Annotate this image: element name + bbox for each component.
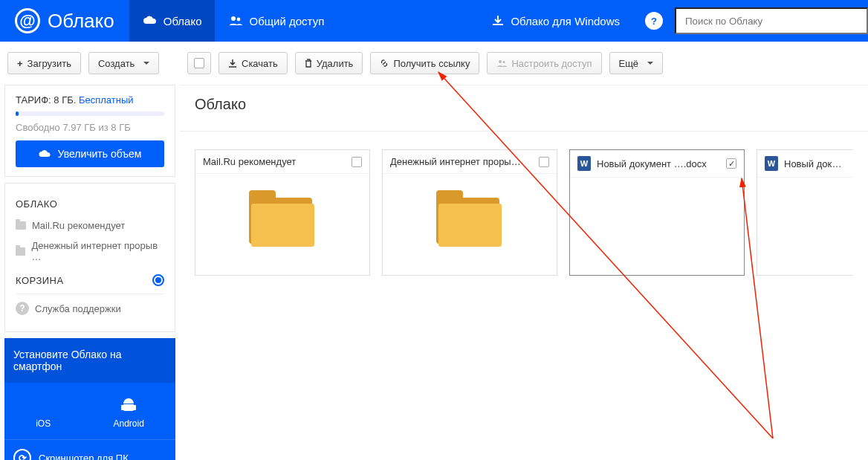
apple-icon [36, 393, 51, 414]
tariff-label: ТАРИФ: 8 ГБ. [16, 94, 76, 106]
word-icon: W [765, 156, 778, 171]
folder-icon [249, 198, 316, 250]
get-link-button[interactable]: Получить ссылку [370, 52, 479, 74]
upload-button[interactable]: +Загрузить [7, 52, 81, 74]
tariff-panel: ТАРИФ: 8 ГБ. Бесплатный Свободно 7.97 ГБ… [4, 85, 175, 177]
promo-title: Установите Облако на смартфон [4, 338, 175, 383]
file-name: Новый документ ….docx [597, 158, 720, 169]
storage-free-text: Свободно 7.97 ГБ из 8 ГБ [16, 122, 164, 133]
android-icon [113, 393, 143, 414]
sidebar: +Загрузить Создать ТАРИФ: 8 ГБ. Бесплатн… [0, 42, 180, 460]
svg-point-0 [231, 16, 236, 21]
folder-icon [16, 221, 26, 230]
more-button[interactable]: Ещё [609, 52, 664, 74]
trash-icon [305, 59, 312, 68]
file-checkbox[interactable] [539, 157, 549, 167]
download-icon [491, 15, 505, 27]
logo-at-icon: @ [15, 8, 40, 33]
promo-ios[interactable]: iOS [36, 393, 51, 429]
file-card[interactable]: Mail.Ru рекомендует [195, 149, 370, 276]
nav-windows-label: Облако для Windows [511, 15, 620, 27]
cloud-icon [39, 149, 52, 159]
upgrade-button[interactable]: Увеличить объем [16, 140, 164, 167]
file-card[interactable]: W Новый докумен [757, 149, 853, 276]
side-head-cloud: ОБЛАКО [16, 198, 164, 210]
share-button[interactable]: Настроить доступ [487, 52, 601, 74]
svg-point-2 [499, 60, 502, 63]
file-name: Mail.Ru рекомендует [203, 156, 346, 167]
side-head-trash[interactable]: КОРЗИНА [16, 275, 64, 286]
download-button[interactable]: Скачать [218, 52, 288, 74]
nav-cloud[interactable]: Облако [129, 0, 216, 42]
promo-screenshoter[interactable]: ⟳ Скриншотер для ПК [4, 440, 175, 460]
select-all-checkbox[interactable] [187, 52, 211, 74]
cloud-icon [143, 15, 158, 27]
main: Скачать Удалить Получить ссылку Настроит… [180, 42, 868, 460]
file-card[interactable]: W Новый документ ….docx ✓ [569, 149, 745, 276]
people-icon [496, 59, 507, 68]
files-grid: Mail.Ru рекомендует Денежный интернет пр… [180, 132, 868, 294]
sidebar-item-recommend[interactable]: Mail.Ru рекомендует [16, 216, 164, 236]
nav-cloud-label: Облако [163, 15, 202, 27]
delete-button[interactable]: Удалить [295, 52, 363, 74]
search-input[interactable] [675, 7, 868, 34]
file-card[interactable]: Денежный интернет проры… [382, 149, 557, 276]
folder-icon [16, 247, 25, 256]
folder-icon [436, 198, 503, 250]
header: @ Облако Облако Общий доступ Облако для … [0, 0, 868, 42]
create-button[interactable]: Создать [88, 52, 159, 74]
logo[interactable]: @ Облако [0, 0, 129, 42]
question-icon: ? [16, 302, 29, 315]
file-name: Новый докумен [784, 158, 846, 169]
sidebar-item-money[interactable]: Денежный интернет прорыв … [16, 236, 164, 267]
nav-windows[interactable]: Облако для Windows [478, 0, 633, 42]
people-icon [228, 15, 243, 27]
trash-radio-icon[interactable] [152, 274, 164, 286]
file-checkbox[interactable] [352, 157, 362, 167]
breadcrumb: Облако [180, 85, 868, 132]
file-name: Денежный интернет проры… [390, 156, 533, 167]
svg-point-1 [237, 18, 241, 22]
file-checkbox[interactable]: ✓ [726, 158, 736, 169]
help-icon[interactable]: ? [645, 12, 663, 30]
promo-android[interactable]: Android [113, 393, 143, 429]
screenshoter-icon: ⟳ [13, 449, 31, 460]
link-icon [380, 59, 389, 68]
svg-point-3 [503, 61, 505, 63]
storage-progress [16, 111, 164, 116]
brand-text: Облако [48, 10, 114, 33]
nav-shared-label: Общий доступ [249, 15, 324, 27]
tariff-plan-link[interactable]: Бесплатный [79, 94, 134, 106]
download-icon [228, 59, 237, 68]
promo-panel: Установите Облако на смартфон iOS Androi… [4, 338, 175, 460]
nav-panel: ОБЛАКО Mail.Ru рекомендует Денежный инте… [4, 183, 175, 332]
word-icon: W [577, 156, 591, 171]
nav-shared[interactable]: Общий доступ [215, 0, 337, 42]
support-link[interactable]: ? Служба поддержки [16, 294, 164, 323]
